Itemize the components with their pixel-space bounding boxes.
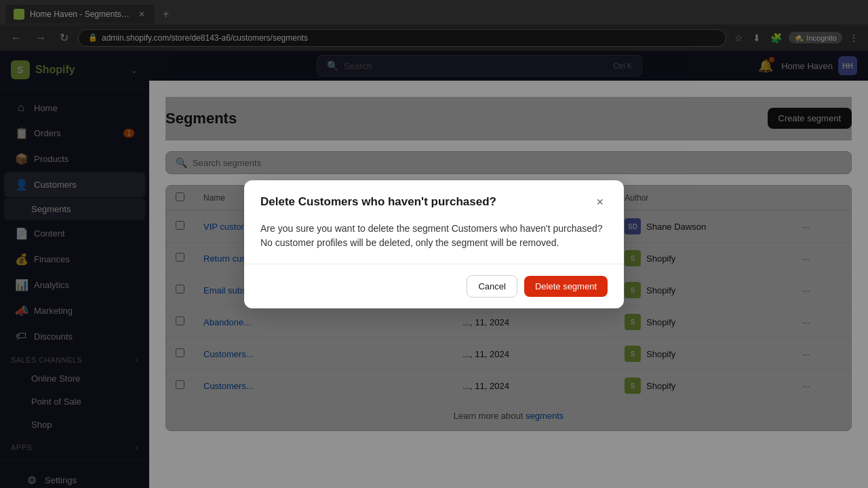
- main-content: 🔍 Ctrl K 🔔 Home Haven HH: [149, 51, 868, 488]
- modal-header: Delete Customers who haven't purchased? …: [244, 180, 624, 222]
- app-layout: S Shopify ⌄ ⌂ Home 📋 Orders 1 📦 Products…: [0, 51, 868, 488]
- modal-body: Are you sure you want to delete the segm…: [244, 222, 624, 264]
- cancel-button[interactable]: Cancel: [467, 275, 517, 298]
- delete-modal: Delete Customers who haven't purchased? …: [244, 180, 624, 308]
- modal-close-button[interactable]: ×: [592, 194, 608, 211]
- modal-body-text: Are you sure you want to delete the segm…: [260, 222, 608, 250]
- delete-segment-button[interactable]: Delete segment: [524, 276, 608, 297]
- modal-overlay: Delete Customers who haven't purchased? …: [149, 51, 868, 488]
- modal-footer: Cancel Delete segment: [244, 264, 624, 308]
- modal-title: Delete Customers who haven't purchased?: [260, 195, 496, 209]
